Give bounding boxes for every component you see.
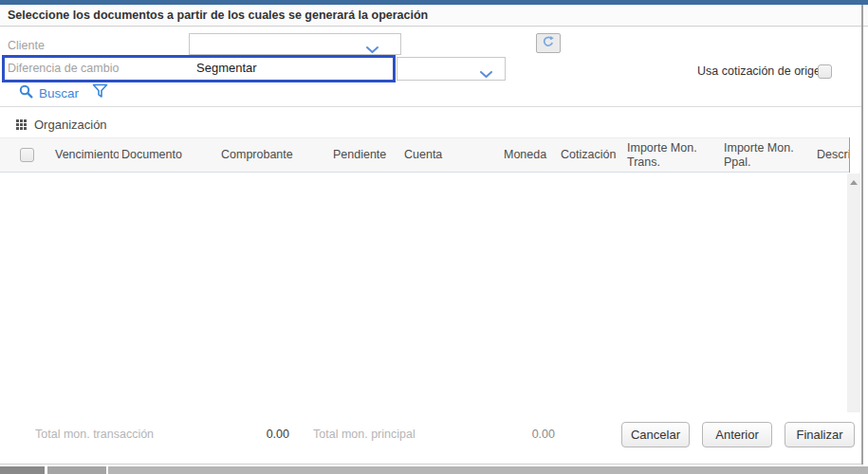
column-header-pendiente[interactable]: Pendiente [330,138,401,172]
background-window-edge [0,466,45,474]
dialog-bottom-border [0,464,861,465]
scroll-up-icon[interactable] [850,180,858,185]
background-window-edge [108,466,868,474]
select-all-cell [0,138,47,172]
column-header-cotizacion[interactable]: Cotización [558,138,624,172]
organizacion-label: Organización [34,118,107,132]
column-header-documento[interactable]: Documento [119,138,218,172]
refresh-icon [542,35,555,52]
segmentar-dropdown[interactable] [397,57,506,81]
cliente-combobox[interactable] [189,33,401,55]
refresh-button[interactable] [536,33,561,53]
table-header: Vencimiento Documento Comprobante Pendie… [0,137,850,173]
column-header-descripcion[interactable]: Descripción [814,138,850,172]
organizacion-row: Organización [16,117,107,132]
diferencia-cambio-label: Diferencia de cambio [8,62,119,75]
total-transaccion-value: 0.00 [228,428,289,441]
column-header-vencimiento[interactable]: Vencimiento [47,138,119,172]
usa-cotizacion-checkbox[interactable] [818,64,832,79]
cliente-label: Cliente [8,39,45,52]
dialog-title-bar: Seleccione los documentos a partir de lo… [0,5,868,27]
dialog: Seleccione los documentos a partir de lo… [0,0,868,474]
search-toolbar: Buscar [19,84,108,101]
cancel-button[interactable]: Cancelar [621,422,690,447]
column-header-cuenta[interactable]: Cuenta [401,138,501,172]
column-resize-line[interactable] [849,137,850,173]
previous-button[interactable]: Anterior [702,422,772,447]
vertical-scrollbar[interactable] [847,173,860,412]
dialog-right-border [861,5,863,465]
search-icon[interactable] [19,84,33,102]
buscar-link[interactable]: Buscar [39,86,79,100]
column-header-importe-ppal[interactable]: Importe Mon. Ppal. [719,138,814,172]
total-principal-label: Total mon. principal [313,428,416,441]
column-header-importe-trans[interactable]: Importe Mon. Trans. [624,138,719,172]
select-all-checkbox[interactable] [20,148,34,162]
diferencia-cambio-value[interactable]: Segmentar [196,61,257,75]
toolbar-divider [0,106,861,107]
chevron-down-icon[interactable] [365,41,379,58]
usa-cotizacion-label: Usa cotización de origen [697,64,827,78]
background-window-edge [47,466,106,474]
total-principal-value: 0.00 [493,428,555,441]
finish-button[interactable]: Finalizar [785,422,855,447]
table-body [0,173,847,412]
grid-handle-icon[interactable] [16,119,27,130]
column-header-comprobante[interactable]: Comprobante [218,138,330,172]
chevron-down-icon[interactable] [479,65,493,82]
filter-icon[interactable] [92,83,108,102]
dialog-title: Seleccione los documentos a partir de lo… [8,5,428,26]
total-transaccion-label: Total mon. transacción [35,428,154,441]
column-header-moneda[interactable]: Moneda [501,138,558,172]
